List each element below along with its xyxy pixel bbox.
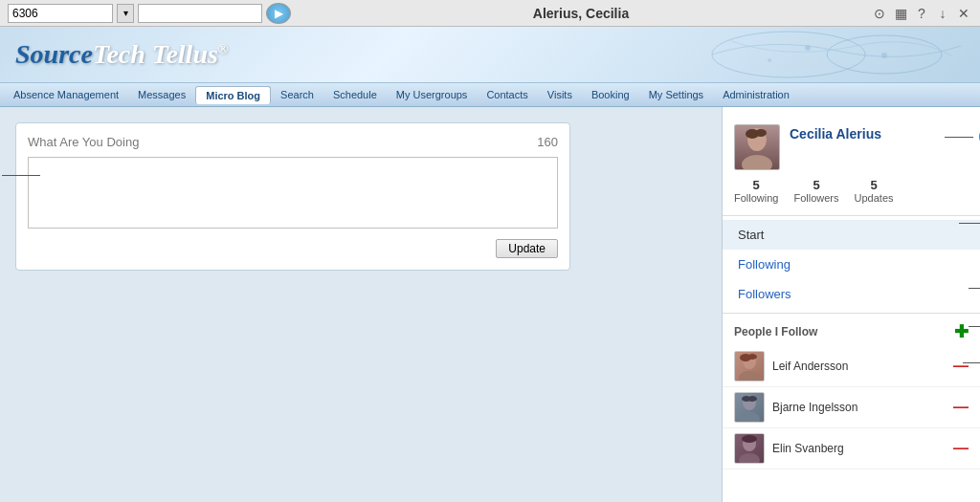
svg-point-0 bbox=[712, 32, 865, 77]
close-icon[interactable]: ✕ bbox=[955, 5, 972, 22]
avatar-image bbox=[738, 124, 776, 170]
updates-stat: 5 Updates bbox=[855, 178, 894, 204]
user-stats: 5 Following 5 Followers 5 Updates bbox=[723, 174, 980, 211]
people-follow-header: People I Follow ✚ bbox=[723, 317, 980, 346]
main-content: Textbox 1 What Are You Doing 160 Update bbox=[0, 107, 980, 502]
nav-schedule[interactable]: Schedule bbox=[323, 86, 387, 103]
go-button[interactable]: ▶ bbox=[266, 3, 291, 24]
svg-point-4 bbox=[768, 58, 771, 62]
svg-point-15 bbox=[739, 412, 760, 423]
add-person-button[interactable]: ✚ bbox=[954, 323, 969, 340]
nav-administration[interactable]: Administration bbox=[713, 86, 799, 103]
nav-micro-blog[interactable]: Micro Blog bbox=[195, 86, 271, 104]
update-button[interactable]: Update bbox=[496, 239, 558, 258]
right-panel: Cecilia Alerius 5 Following 5 Followers … bbox=[722, 107, 980, 502]
help-icon[interactable]: ? bbox=[913, 5, 930, 22]
micro-blog-box: What Are You Doing 160 Update bbox=[15, 122, 570, 271]
nav-absence-management[interactable]: Absence Management bbox=[4, 86, 128, 103]
nav-my-settings[interactable]: My Settings bbox=[639, 86, 713, 103]
nav-messages[interactable]: Messages bbox=[128, 86, 195, 103]
remove-person-1-button[interactable]: — bbox=[953, 358, 969, 375]
user-info: Cecilia Alerius bbox=[790, 124, 881, 142]
phone-input-wrap: 6306 ▾ ▶ bbox=[8, 3, 291, 24]
svg-point-20 bbox=[742, 435, 757, 443]
followers-label: Followers bbox=[793, 192, 838, 204]
minimize-icon[interactable]: ↓ bbox=[934, 5, 951, 22]
nav-start[interactable]: Start bbox=[723, 220, 980, 250]
micro-blog-header: What Are You Doing 160 bbox=[28, 135, 558, 149]
user-name: Cecilia Alerius bbox=[790, 126, 881, 142]
micro-blog-prompt: What Are You Doing bbox=[28, 135, 139, 149]
svg-point-6 bbox=[742, 155, 772, 170]
grid-icon[interactable]: ▦ bbox=[892, 5, 909, 22]
char-count: 160 bbox=[537, 135, 558, 149]
nav-contacts[interactable]: Contacts bbox=[477, 86, 537, 103]
micro-blog-footer: Update bbox=[28, 239, 558, 258]
svg-point-3 bbox=[881, 53, 887, 58]
person-row: Bjarne Ingelsson — bbox=[723, 387, 980, 428]
person-name-2: Bjarne Ingelsson bbox=[772, 401, 946, 414]
people-header-label: People I Follow bbox=[734, 325, 817, 338]
svg-point-11 bbox=[739, 371, 760, 382]
divider-2 bbox=[723, 313, 980, 314]
person-avatar-1 bbox=[734, 351, 765, 382]
updates-label: Updates bbox=[855, 192, 894, 204]
world-map-decoration bbox=[693, 27, 980, 82]
svg-point-13 bbox=[747, 354, 757, 360]
svg-point-17 bbox=[747, 396, 757, 402]
svg-point-9 bbox=[755, 129, 767, 137]
followers-count: 5 bbox=[793, 178, 838, 192]
person-name-3: Elin Svanberg bbox=[772, 442, 946, 455]
svg-point-2 bbox=[805, 45, 811, 51]
person-name-1: Leif Andersson bbox=[772, 360, 946, 373]
nav-followers[interactable]: Followers bbox=[723, 279, 980, 309]
remove-person-2-button[interactable]: — bbox=[953, 399, 969, 416]
title-bar: 6306 ▾ ▶ Alerius, Cecilia ⊙ ▦ ? ↓ ✕ bbox=[0, 0, 980, 27]
navigation-bar: Absence Management Messages Micro Blog S… bbox=[0, 82, 980, 107]
left-panel: Textbox 1 What Are You Doing 160 Update bbox=[0, 107, 722, 502]
svg-point-19 bbox=[739, 453, 760, 464]
person-row: Elin Svanberg — bbox=[723, 428, 980, 469]
phone-dropdown[interactable]: ▾ bbox=[117, 4, 134, 23]
window-title: Alerius, Cecilia bbox=[297, 6, 865, 21]
following-count: 5 bbox=[734, 178, 778, 192]
nav-visits[interactable]: Visits bbox=[538, 86, 582, 103]
phone-input[interactable]: 6306 bbox=[8, 4, 113, 23]
remove-person-3-button[interactable]: — bbox=[953, 440, 969, 457]
nav-booking[interactable]: Booking bbox=[582, 86, 639, 103]
nav-my-usergroups[interactable]: My Usergroups bbox=[387, 86, 478, 103]
person-avatar-3 bbox=[734, 433, 765, 464]
divider-1 bbox=[723, 215, 980, 216]
logo: SourceTech Tellus® bbox=[15, 39, 228, 70]
search-input[interactable] bbox=[138, 4, 262, 23]
settings-icon[interactable]: ⊙ bbox=[871, 5, 888, 22]
nav-search[interactable]: Search bbox=[271, 86, 323, 103]
person-row: Leif Andersson — bbox=[723, 346, 980, 387]
updates-count: 5 bbox=[855, 178, 894, 192]
logo-bar: SourceTech Tellus® bbox=[0, 27, 980, 82]
person-avatar-2 bbox=[734, 392, 765, 423]
user-avatar bbox=[734, 124, 780, 170]
window-controls: ⊙ ▦ ? ↓ ✕ bbox=[871, 5, 972, 22]
user-section: Cecilia Alerius bbox=[723, 117, 980, 174]
micro-blog-textarea[interactable] bbox=[28, 157, 558, 229]
right-nav: Start Following Followers bbox=[723, 220, 980, 309]
nav-following[interactable]: Following bbox=[723, 250, 980, 279]
following-stat: 5 Following bbox=[734, 178, 778, 204]
followers-stat: 5 Followers bbox=[793, 178, 838, 204]
following-label: Following bbox=[734, 192, 778, 204]
